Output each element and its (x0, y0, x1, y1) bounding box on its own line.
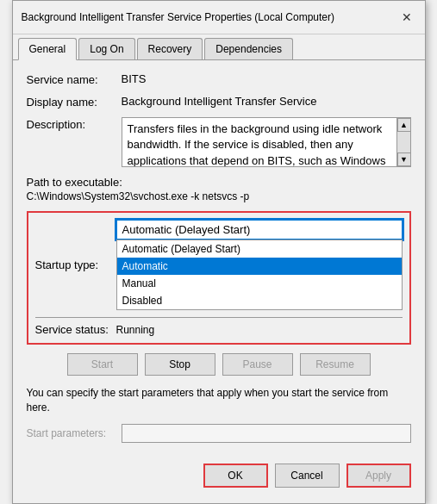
start-params-row: Start parameters: (27, 424, 411, 443)
service-status-label: Service status: (35, 323, 116, 336)
properties-window: Background Intelligent Transfer Service … (12, 0, 426, 504)
description-label: Description: (27, 117, 122, 131)
startup-highlight-box: Startup type: Automatic (Delayed Start) … (27, 211, 411, 345)
description-text: Transfers files in the background using … (128, 121, 405, 167)
stop-service-button[interactable]: Stop (145, 353, 215, 376)
display-name-row: Display name: Background Intelligent Tra… (27, 95, 411, 109)
apply-button[interactable]: Apply (346, 464, 411, 488)
ok-button[interactable]: OK (203, 464, 268, 488)
footer-buttons: OK Cancel Apply (27, 457, 411, 491)
startup-selected-text: Automatic (Delayed Start) (122, 223, 251, 236)
path-row: Path to executable: C:\Windows\System32\… (27, 176, 411, 202)
window-title: Background Intelligent Transfer Service … (22, 11, 335, 23)
resume-service-button[interactable]: Resume (300, 353, 371, 376)
dropdown-option-2[interactable]: Manual (117, 275, 402, 292)
scroll-down-btn[interactable]: ▼ (397, 152, 411, 166)
description-box: Transfers files in the background using … (122, 117, 411, 167)
path-label: Path to executable: (27, 176, 411, 189)
description-row: Description: Transfers files in the back… (27, 117, 411, 167)
start-params-input[interactable] (122, 424, 411, 443)
tab-dependencies[interactable]: Dependencies (204, 38, 293, 59)
startup-type-label: Startup type: (35, 258, 116, 271)
dropdown-option-1[interactable]: Automatic (117, 258, 402, 275)
startup-dropdown-container: Automatic (Delayed Start) ▼ Automatic (D… (116, 220, 403, 310)
service-name-value: BITS (122, 72, 411, 85)
tab-recovery[interactable]: Recovery (137, 38, 203, 59)
start-params-label: Start parameters: (27, 427, 122, 439)
startup-dropdown-selected[interactable]: Automatic (Delayed Start) ▼ (116, 220, 403, 240)
dropdown-option-3[interactable]: Disabled (117, 292, 402, 309)
startup-type-row: Startup type: Automatic (Delayed Start) … (35, 220, 403, 310)
close-button[interactable]: ✕ (397, 8, 416, 27)
service-name-label: Service name: (27, 72, 122, 86)
startup-dropdown-list: Automatic (Delayed Start) Automatic Manu… (116, 240, 403, 310)
service-control-buttons: Start Stop Pause Resume (27, 353, 411, 376)
display-name-value: Background Intelligent Transfer Service (122, 95, 411, 108)
tab-content: Service name: BITS Display name: Backgro… (13, 60, 425, 503)
tab-general[interactable]: General (18, 38, 78, 60)
service-name-row: Service name: BITS (27, 72, 411, 86)
display-name-label: Display name: (27, 95, 122, 109)
title-bar: Background Intelligent Transfer Service … (13, 1, 425, 34)
description-scrollbar: ▲ ▼ (396, 118, 410, 166)
cancel-button[interactable]: Cancel (275, 464, 340, 488)
tab-bar: General Log On Recovery Dependencies (13, 34, 425, 60)
start-service-button[interactable]: Start (67, 353, 138, 376)
tab-logon[interactable]: Log On (78, 38, 134, 59)
scroll-up-btn[interactable]: ▲ (397, 118, 411, 132)
service-status-row: Service status: Running (35, 323, 403, 336)
path-value: C:\Windows\System32\svchost.exe -k netsv… (27, 190, 411, 202)
divider (35, 317, 403, 318)
dropdown-option-0[interactable]: Automatic (Delayed Start) (117, 240, 402, 258)
pause-service-button[interactable]: Pause (222, 353, 293, 376)
service-status-value: Running (116, 324, 155, 336)
info-text: You can specify the start parameters tha… (27, 386, 411, 415)
